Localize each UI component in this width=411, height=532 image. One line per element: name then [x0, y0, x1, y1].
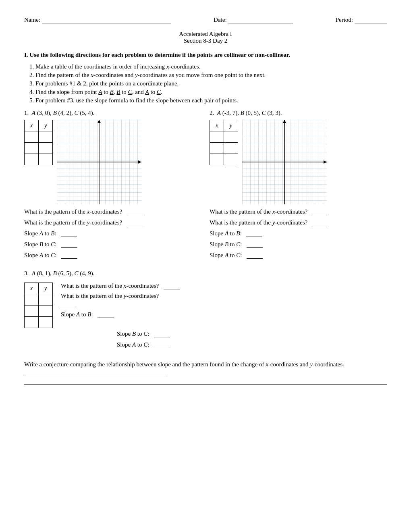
- p1-slope-ab-blank[interactable]: [61, 231, 77, 237]
- p1-r3c2[interactable]: [39, 154, 53, 165]
- p3-x-pattern-blank[interactable]: [164, 283, 180, 289]
- p2-slope-bc-blank[interactable]: [247, 242, 263, 248]
- problem-1-grid-svg: [57, 120, 141, 204]
- p1-r1c2[interactable]: [39, 131, 53, 143]
- problem-3-table: x y: [24, 283, 53, 328]
- direction-5: For problem #3, use the slope formula to…: [35, 97, 387, 104]
- p1-r2c2[interactable]: [39, 143, 53, 154]
- p2-y-pattern-blank[interactable]: [312, 220, 328, 226]
- problem-2-grid-svg: [242, 120, 327, 204]
- name-input-line[interactable]: [42, 16, 171, 23]
- p2-y-pattern: What is the pattern of the y-coordinates…: [210, 219, 387, 226]
- problem-1-answers: What is the pattern of the x-coordinates…: [24, 208, 201, 259]
- p3-y-pattern-blank-wrap: [61, 301, 387, 308]
- conjecture-line-1[interactable]: [24, 378, 387, 385]
- p2-r3c2[interactable]: [224, 154, 238, 165]
- directions: Make a table of the coordinates in order…: [24, 63, 387, 104]
- p2-r1c1[interactable]: [210, 131, 224, 143]
- problem-3-right: What is the pattern of the x-coordinates…: [61, 283, 387, 328]
- problem-3-section: 3. A (8, 1), B (6, 5), C (4, 9). x y Wha…: [24, 270, 387, 348]
- problem-3-label: 3. A (8, 1), B (6, 5), C (4, 9).: [24, 270, 387, 277]
- p2-r2c1[interactable]: [210, 143, 224, 154]
- name-field: Name:: [24, 16, 171, 23]
- p1-slope-ac: Slope A to C:: [24, 252, 201, 259]
- problem-1-block: 1. A (3, 0), B (4, 2), C (5, 4). x y: [24, 110, 201, 263]
- p1-slope-ac-blank[interactable]: [61, 253, 77, 259]
- title-line1: Accelerated Algebra I: [24, 31, 387, 37]
- date-field: Date:: [214, 16, 293, 23]
- p2-r2c2[interactable]: [224, 143, 238, 154]
- p3-y-pattern-blank[interactable]: [61, 301, 77, 307]
- p1-r1c1[interactable]: [25, 131, 39, 143]
- direction-3: For problems #1 & 2, plot the points on …: [35, 80, 387, 87]
- p2-x-pattern: What is the pattern of the x-coordinates…: [210, 208, 387, 215]
- p1-col-x: x: [25, 120, 39, 131]
- p2-slope-ab-blank[interactable]: [246, 231, 262, 237]
- p3-r1c1[interactable]: [25, 294, 39, 305]
- p1-x-pattern-blank[interactable]: [127, 209, 143, 215]
- p1-r3c1[interactable]: [25, 154, 39, 165]
- problem-2-label: 2. A (-3, 7), B (0, 5), C (3, 3).: [210, 110, 387, 116]
- period-input-line[interactable]: [355, 16, 387, 23]
- p2-col-x: x: [210, 120, 224, 131]
- p3-col-x: x: [25, 283, 39, 294]
- p2-r3c1[interactable]: [210, 154, 224, 165]
- p3-slope-ac: Slope A to C:: [117, 341, 387, 348]
- p1-slope-bc: Slope B to C:: [24, 241, 201, 248]
- problem-1-graph: [57, 120, 141, 204]
- p2-x-pattern-blank[interactable]: [312, 209, 328, 215]
- problem-2-block: 2. A (-3, 7), B (0, 5), C (3, 3). x y: [210, 110, 387, 263]
- title-line2: Section 8-3 Day 2: [24, 37, 387, 44]
- problems-1-2-row: 1. A (3, 0), B (4, 2), C (5, 4). x y: [24, 110, 387, 263]
- p3-y-pattern-text: What is the pattern of the y-coordinates…: [61, 293, 387, 299]
- p2-r1c2[interactable]: [224, 131, 238, 143]
- direction-1: Make a table of the coordinates in order…: [35, 63, 387, 70]
- p1-col-y: y: [39, 120, 53, 131]
- problem-2-graph: [242, 120, 327, 204]
- problem-3-left: x y: [24, 283, 53, 328]
- p3-slope-ac-blank[interactable]: [154, 342, 170, 348]
- problem-2-content: x y: [210, 120, 387, 204]
- p1-r2c1[interactable]: [25, 143, 39, 154]
- header: Name: Date: Period:: [24, 16, 387, 23]
- p1-slope-ab: Slope A to B:: [24, 230, 201, 237]
- p3-slope-bc: Slope B to C:: [117, 330, 387, 337]
- p3-r2c2[interactable]: [39, 305, 53, 317]
- direction-2: Find the pattern of the x-coordinates an…: [35, 72, 387, 79]
- problem-1-table: x y: [24, 120, 53, 165]
- problem-2-table: x y: [210, 120, 238, 165]
- p3-r3c2[interactable]: [39, 317, 53, 328]
- period-label: Period:: [336, 17, 353, 23]
- conjecture-section: Write a conjecture comparing the relatio…: [24, 361, 387, 385]
- p3-r2c1[interactable]: [25, 305, 39, 317]
- p3-slope-bc-blank[interactable]: [154, 331, 170, 337]
- p3-x-pattern: What is the pattern of the x-coordinates…: [61, 283, 387, 289]
- p1-y-pattern-blank[interactable]: [127, 220, 143, 226]
- p2-slope-ac: Slope A to C:: [210, 252, 387, 259]
- p3-y-pattern-wrap: What is the pattern of the y-coordinates…: [61, 293, 387, 308]
- p1-y-pattern: What is the pattern of the y-coordinates…: [24, 219, 201, 226]
- title: Accelerated Algebra I Section 8-3 Day 2: [24, 31, 387, 44]
- p1-slope-bc-blank[interactable]: [61, 242, 77, 248]
- p3-r1c2[interactable]: [39, 294, 53, 305]
- date-label: Date:: [214, 17, 226, 23]
- date-input-line[interactable]: [228, 16, 293, 23]
- problem-3-content: x y What is the pattern of the x-coordin…: [24, 283, 387, 328]
- conjecture-text: Write a conjecture comparing the relatio…: [24, 361, 387, 375]
- p3-r3c1[interactable]: [25, 317, 39, 328]
- p2-slope-ac-blank[interactable]: [247, 253, 263, 259]
- problem-2-answers: What is the pattern of the x-coordinates…: [210, 208, 387, 259]
- problem-1-content: x y: [24, 120, 201, 204]
- problem-1-label: 1. A (3, 0), B (4, 2), C (5, 4).: [24, 110, 201, 116]
- p2-slope-ab: Slope A to B:: [210, 230, 387, 237]
- p3-col-y: y: [39, 283, 53, 294]
- p3-slope-ab-blank[interactable]: [98, 312, 114, 318]
- name-label: Name:: [24, 17, 40, 23]
- p2-col-y: y: [224, 120, 238, 131]
- direction-4: Find the slope from point A to B, B to C…: [35, 89, 387, 96]
- p3-bottom-answers: Slope B to C: Slope A to C:: [24, 330, 387, 348]
- section-header: I. Use the following directions for each…: [24, 52, 387, 58]
- period-field: Period:: [336, 16, 387, 23]
- p3-slope-ab: Slope A to B:: [61, 311, 387, 318]
- p2-slope-bc: Slope B to C:: [210, 241, 387, 248]
